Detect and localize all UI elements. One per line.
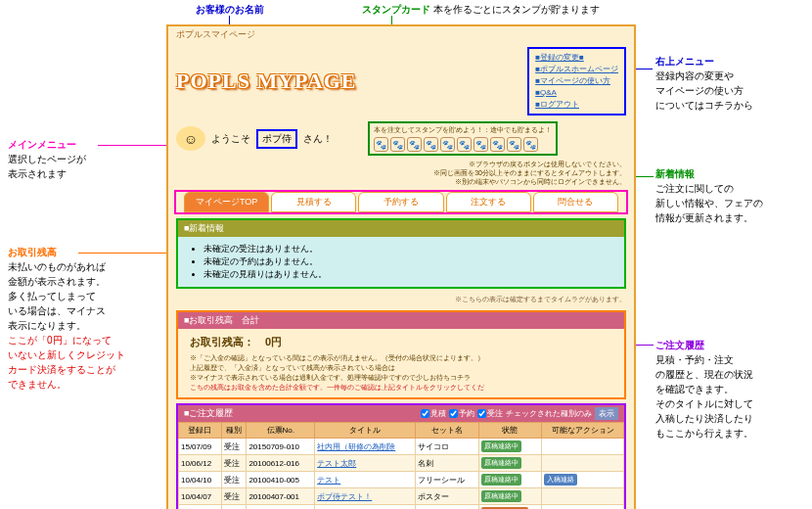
filter-reserve[interactable]: 予約 (449, 408, 474, 419)
table-row: 15/07/09受注20150709-010社内用（研修の為削除サイコロ原稿連絡… (179, 439, 624, 455)
rmenu-qa[interactable]: ■Q&A (535, 87, 618, 99)
top-right-menu: ■登録の変更■ ■ポプルスホームページ ■マイページの使い方 ■Q&A ■ログア… (527, 47, 626, 116)
logo: POPLS MYPAGE (176, 69, 357, 94)
filter-label: チェックされた種別のみ (506, 408, 592, 419)
history-title: ■ご注文履歴 (184, 407, 233, 420)
news-panel: ■新着情報 未確定の受注はありません。 未確定の予約はありません。 未確定の見積… (176, 218, 626, 289)
paw-icon: 🐾 (407, 137, 422, 152)
header: POPLS MYPAGE ■登録の変更■ ■ポプルスホームページ ■マイページの… (168, 43, 634, 119)
header-notes: ※ブラウザの戻るボタンは使用しないでください。※同じ画面を30分以上そのままにす… (168, 158, 634, 188)
table-row: 10/04/07受注20100407-001ポプ侍テスト！ポスター原稿連絡中 (179, 488, 624, 505)
annotation-stamp: スタンプカード 本を作るごとにスタンプが貯まります (362, 2, 600, 17)
annotation-name: お客様のお名前 (196, 2, 264, 17)
paw-icon: 🐾 (507, 137, 521, 152)
table-row: 10/04/06予約Y0100407-002ポプ侍優 ●予約 ●なしスタンダード… (179, 505, 624, 509)
rmenu-register[interactable]: ■登録の変更■ (535, 52, 618, 64)
filter-show-button[interactable]: 表示 (595, 407, 618, 420)
paw-icon: 🐾 (457, 137, 472, 152)
news-item: 未確定の予約はありません。 (203, 255, 612, 268)
paw-icon: 🐾 (523, 137, 538, 152)
annotation-news: 新着情報ご注文に関しての 新しい情報や、フェアの 情報が更新されます。 (655, 166, 802, 225)
balance-label: お取引残高： (190, 336, 254, 347)
greeting-prefix: ようこそ (211, 132, 250, 146)
history-title-link[interactable]: ポプ侍テスト！ (317, 492, 372, 501)
table-row: 10/06/12受注20100612-016テスト太郎名刺原稿連絡中 (179, 455, 624, 472)
tab-reserve[interactable]: 予約する (358, 192, 443, 212)
news-item: 未確定の見積りはありません。 (203, 268, 612, 281)
rmenu-logout[interactable]: ■ログアウト (535, 99, 618, 111)
stamp-title: 本を注文してスタンプを貯めよう！：途中でも貯まるよ！ (374, 125, 552, 135)
history-title-link[interactable]: 社内用（研修の為削除 (317, 442, 395, 451)
news-title: ■新着情報 (178, 220, 624, 237)
tab-estimate[interactable]: 見積する (271, 192, 356, 212)
balance-amount: 0円 (265, 336, 282, 347)
tab-mypage-top[interactable]: マイページTOP (184, 192, 269, 212)
greeting-suffix: さん！ (303, 132, 333, 146)
news-footnote: ※こちらの表示は確定するまでタイムラグがあります。 (168, 293, 634, 306)
paw-icon: 🐾 (490, 137, 505, 152)
username: ポプ侍 (256, 129, 297, 149)
paw-icon: 🐾 (374, 137, 388, 152)
balance-title: ■お取引残高 合計 (178, 312, 624, 329)
face-icon: ☺ (176, 126, 205, 151)
filter-estimate[interactable]: 見積 (421, 408, 446, 419)
paw-icon: 🐾 (390, 137, 405, 152)
annotation-history: ご注文履歴見積・予約・注文 の履歴と、現在の状況 を確認できます。 そのタイトル… (655, 338, 802, 440)
tab-order[interactable]: 注文する (446, 192, 531, 212)
annotation-rmenu: 右上メニュー登録内容の変更や マイページの使い方 についてはコチラから (655, 54, 802, 113)
history-panel: ■ご注文履歴 見積 予約 受注 チェックされた種別のみ 表示 登録日種別伝票No… (176, 403, 626, 509)
balance-panel: ■お取引残高 合計 お取引残高： 0円 ※「ご入金の確認」となっている間はこの表… (176, 310, 626, 399)
tab-inquiry[interactable]: 問合せる (533, 192, 618, 212)
greeting-bar: ☺ ようこそ ポプ侍 さん！ 本を注文してスタンプを貯めよう！：途中でも貯まるよ… (168, 119, 634, 158)
table-row: 10/04/10受注20100410-005テストフリーシール原稿連絡中入稿連絡 (179, 472, 624, 488)
rmenu-homepage[interactable]: ■ポプルスホームページ (535, 64, 618, 75)
rmenu-howto[interactable]: ■マイページの使い方 (535, 75, 618, 87)
page-subtitle: ポプルスマイページ (168, 26, 634, 43)
history-table: 登録日種別伝票No.タイトルセット名状態可能なアクション 15/07/09受注2… (178, 422, 624, 509)
annotation-balance: お取引残高未払いのものがあれば 金額が表示されます。 多く払ってしまって いる場… (8, 245, 159, 392)
news-item: 未確定の受注はありません。 (203, 243, 612, 255)
paw-icon: 🐾 (424, 137, 438, 152)
filter-order[interactable]: 受注 (477, 408, 503, 419)
main-menu-tabs: マイページTOP 見積する 予約する 注文する 問合せる (174, 190, 628, 214)
history-title-link[interactable]: テスト太郎 (317, 459, 356, 468)
annotation-mainmenu: メインメニュー選択したページが 表示されます (8, 137, 155, 181)
paw-icon: 🐾 (474, 137, 488, 152)
mypage-window: ポプルスマイページ POPLS MYPAGE ■登録の変更■ ■ポプルスホームペ… (166, 24, 636, 509)
stamp-card: 本を注文してスタンプを貯めよう！：途中でも貯まるよ！ 🐾🐾🐾🐾🐾🐾🐾🐾🐾🐾 (368, 121, 558, 156)
paw-icon: 🐾 (440, 137, 455, 152)
history-title-link[interactable]: テスト (317, 476, 340, 485)
